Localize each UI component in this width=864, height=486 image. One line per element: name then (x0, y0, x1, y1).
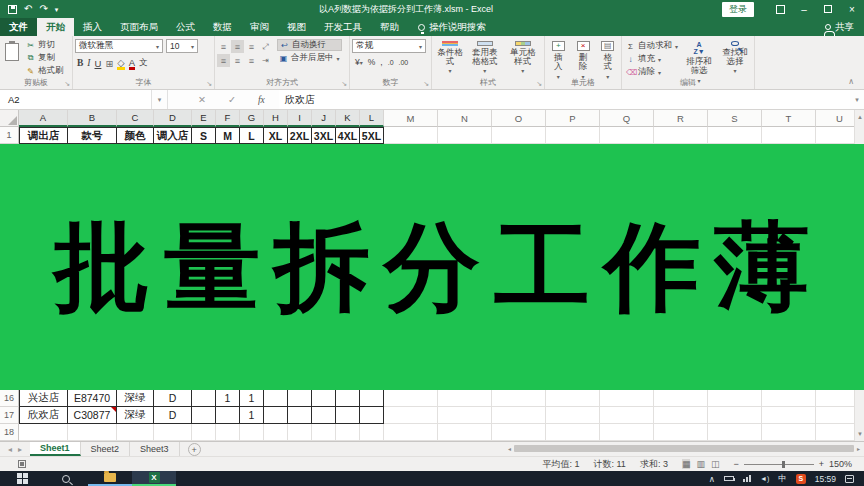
sort-filter-button[interactable]: AZ▼ 排序和筛选▾ (682, 39, 716, 77)
cell-S1[interactable] (708, 127, 762, 144)
accounting-format-button[interactable]: ¥▾ (355, 57, 363, 67)
battery-icon[interactable] (724, 476, 734, 481)
column-header-D[interactable]: D (154, 110, 192, 127)
undo-icon[interactable]: ↶ (24, 4, 32, 14)
cell-K16[interactable] (336, 390, 360, 407)
cell-I18[interactable] (288, 424, 312, 441)
cell-N1[interactable] (438, 127, 492, 144)
close-button[interactable]: × (840, 0, 864, 18)
column-header-T[interactable]: T (762, 110, 816, 127)
cell-A17[interactable]: 欣欢店 (19, 407, 68, 424)
cell-O1[interactable] (492, 127, 546, 144)
cell-A16[interactable]: 兴达店 (19, 390, 68, 407)
merge-center-button[interactable]: ▣合并后居中▾ (277, 52, 342, 64)
sheet-tab-sheet3[interactable]: Sheet3 (130, 442, 180, 456)
add-sheet-button[interactable]: + (188, 443, 201, 456)
align-left-icon[interactable]: ≡ (217, 54, 230, 67)
orientation-icon[interactable]: ⤢ (259, 40, 272, 53)
volume-icon[interactable]: ◄) (760, 475, 769, 482)
font-size-select[interactable]: 10▾ (166, 39, 198, 53)
cell-C1[interactable]: 颜色 (117, 127, 154, 144)
column-header-B[interactable]: B (68, 110, 117, 127)
cell-C18[interactable] (117, 424, 154, 441)
cell-N16[interactable] (438, 390, 492, 407)
tab-help[interactable]: 帮助 (371, 18, 408, 36)
collapse-ribbon-icon[interactable]: ∧ (848, 77, 854, 86)
cell-K17[interactable] (336, 407, 360, 424)
font-color-button[interactable]: A (129, 58, 135, 68)
cell-P1[interactable] (546, 127, 600, 144)
cell-E17[interactable] (192, 407, 216, 424)
taskbar-search-button[interactable] (44, 471, 88, 486)
cell-T18[interactable] (762, 424, 816, 441)
sheet-prev-icon[interactable]: ◂ (8, 445, 12, 454)
cell-J18[interactable] (312, 424, 336, 441)
conditional-formatting-button[interactable]: 条件格式▾ (434, 39, 466, 77)
cell-L17[interactable] (360, 407, 384, 424)
save-icon[interactable] (8, 5, 17, 14)
cell-T1[interactable] (762, 127, 816, 144)
scroll-up-icon[interactable]: ▲ (855, 111, 864, 123)
taskbar-clock[interactable]: 15:59 (815, 474, 836, 484)
format-painter-button[interactable]: ✎格式刷 (24, 65, 66, 77)
dialog-launcher-icon[interactable]: ↘ (341, 80, 347, 88)
cell-O18[interactable] (492, 424, 546, 441)
tab-view[interactable]: 视图 (278, 18, 315, 36)
cell-A1[interactable]: 调出店 (19, 127, 68, 144)
comma-button[interactable]: , (380, 57, 382, 67)
column-header-G[interactable]: G (240, 110, 264, 127)
cell-H1[interactable]: XL (264, 127, 288, 144)
cell-M1[interactable] (384, 127, 438, 144)
cancel-icon[interactable]: ✕ (198, 94, 206, 105)
ribbon-display-options-icon[interactable] (768, 0, 792, 18)
column-header-N[interactable]: N (438, 110, 492, 127)
cell-M16[interactable] (384, 390, 438, 407)
select-all-corner[interactable] (0, 110, 19, 127)
autosum-button[interactable]: Σ自动求和▾ (624, 40, 680, 52)
cell-P16[interactable] (546, 390, 600, 407)
cell-K1[interactable]: 4XL (336, 127, 360, 144)
cell-D1[interactable]: 调入店 (154, 127, 192, 144)
dialog-launcher-icon[interactable]: ↘ (206, 80, 212, 88)
column-header-O[interactable]: O (492, 110, 546, 127)
font-name-select[interactable]: 微软雅黑▾ (75, 39, 163, 53)
tab-formulas[interactable]: 公式 (167, 18, 204, 36)
cell-S16[interactable] (708, 390, 762, 407)
column-header-S[interactable]: S (708, 110, 762, 127)
share-button[interactable]: 共享 (825, 18, 864, 36)
cell-D16[interactable]: D (154, 390, 192, 407)
cut-button[interactable]: ✂剪切 (24, 39, 66, 51)
cell-L1[interactable]: 5XL (360, 127, 384, 144)
cell-G1[interactable]: L (240, 127, 264, 144)
cell-N18[interactable] (438, 424, 492, 441)
phonetic-button[interactable]: 文 (139, 57, 148, 69)
cell-F18[interactable] (216, 424, 240, 441)
cell-C17[interactable]: 深绿 (117, 407, 154, 424)
name-box-dropdown-icon[interactable]: ▾ (152, 90, 168, 109)
cell-Q16[interactable] (600, 390, 654, 407)
cell-M18[interactable] (384, 424, 438, 441)
minimize-button[interactable]: – (792, 0, 816, 18)
sogou-icon[interactable]: S (796, 474, 806, 484)
horizontal-scrollbar[interactable]: ◂ ▸ (508, 444, 860, 453)
cell-F17[interactable] (216, 407, 240, 424)
fill-color-button[interactable]: ◇ (117, 58, 124, 68)
tab-insert[interactable]: 插入 (74, 18, 111, 36)
zoom-slider[interactable] (744, 464, 814, 465)
cell-K18[interactable] (336, 424, 360, 441)
column-header-M[interactable]: M (384, 110, 438, 127)
cell-R16[interactable] (654, 390, 708, 407)
formula-input[interactable]: 欣欢店 (279, 90, 850, 109)
cell-H18[interactable] (264, 424, 288, 441)
number-format-select[interactable]: 常规▾ (352, 39, 426, 53)
column-header-H[interactable]: H (264, 110, 288, 127)
dialog-launcher-icon[interactable]: ↘ (64, 80, 70, 88)
ime-indicator[interactable]: 中 (778, 473, 787, 485)
cell-Q17[interactable] (600, 407, 654, 424)
column-header-K[interactable]: K (336, 110, 360, 127)
cell-I1[interactable]: 2XL (288, 127, 312, 144)
normal-view-icon[interactable]: ▦ (682, 459, 691, 469)
zoom-out-icon[interactable]: − (733, 459, 738, 469)
row-header-18[interactable]: 18 (0, 424, 19, 441)
column-header-E[interactable]: E (192, 110, 216, 127)
